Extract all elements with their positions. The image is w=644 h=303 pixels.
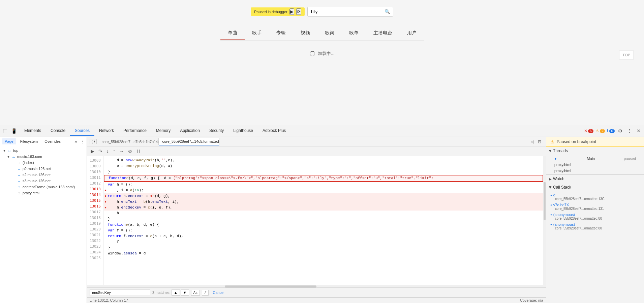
call-stack-item-d[interactable]: d core_55b928eef7...ormatted:13C	[546, 192, 644, 202]
tree-item-contentframe[interactable]: □ contentFrame (music.163.com/)	[0, 184, 87, 190]
call-stack-item-anon1[interactable]: (anonymous) core_55b928eef7...ormatted:8…	[546, 212, 644, 221]
deactivate-breakpoints-button[interactable]: ⊘	[127, 147, 133, 155]
call-stack-item-anon2[interactable]: (anonymous) core_55b928eef7...ormatted:8…	[546, 221, 644, 231]
resume-debug-button[interactable]: ▶	[90, 147, 95, 155]
line-num-13012: 13012	[87, 181, 103, 186]
warning-count: 2	[600, 129, 605, 133]
horizontal-scrollbar[interactable]	[87, 285, 546, 287]
inspect-icon[interactable]: ⬚	[2, 128, 8, 134]
close-devtools-button[interactable]: ✕	[635, 128, 642, 134]
code-line-13022: f	[104, 239, 543, 245]
search-button[interactable]: 🔍	[382, 7, 393, 16]
step-over-button[interactable]: ⟳	[296, 8, 301, 15]
pretty-print-button[interactable]: ⊡	[536, 139, 543, 145]
editor-tab-raw-label: core_55b928eef7...c7b5cb1b7b14c5	[101, 140, 159, 144]
more-tabs-button[interactable]: »	[74, 139, 77, 144]
tab-video[interactable]: 视频	[293, 27, 317, 40]
tab-elements[interactable]: Elements	[20, 126, 46, 136]
watch-header[interactable]: ▶ Watch	[546, 175, 644, 183]
threads-label: Threads	[553, 148, 568, 153]
regex-button[interactable]: .*	[202, 290, 209, 296]
call-stack-arrow: ▶	[549, 186, 552, 189]
breakpoint-icon: ⚠	[550, 139, 555, 144]
call-stack-fn-anon2: (anonymous)	[550, 222, 640, 226]
tab-artist[interactable]: 歌手	[245, 27, 269, 40]
tab-console[interactable]: Console	[46, 126, 70, 136]
search-prev-button[interactable]: ▲	[172, 290, 180, 296]
tab-lighthouse[interactable]: Lighthouse	[228, 126, 258, 136]
thread-main-name: Main	[587, 157, 595, 161]
tab-overrides[interactable]: Overrides	[42, 138, 63, 144]
tree-item-top[interactable]: ▼ □ top	[0, 147, 87, 154]
code-line-13023: }	[104, 245, 543, 251]
tab-page[interactable]: Page	[2, 138, 16, 144]
tab-user[interactable]: 用户	[400, 27, 424, 40]
search-cancel-button[interactable]: Cancel	[211, 290, 226, 295]
call-stack-label: Call Stack	[553, 185, 571, 190]
pause-exceptions-button[interactable]: ⏸	[135, 147, 142, 155]
code-scroll-track[interactable]	[543, 156, 546, 285]
error-count: 6	[588, 129, 593, 133]
tree-item-proxy[interactable]: □ proxy.html	[0, 190, 87, 196]
thread-proxy1[interactable]: proxy.html	[546, 162, 644, 168]
tab-application[interactable]: Application	[175, 126, 205, 136]
settings-button[interactable]: ⚙	[617, 128, 624, 134]
tab-radio[interactable]: 主播电台	[366, 27, 400, 40]
tree-item-music163[interactable]: ▼ ☁ music.163.com	[0, 154, 87, 160]
line-num-13011: 13011	[87, 175, 103, 181]
tree-item-s3[interactable]: ☁ s3.music.126.net	[0, 178, 87, 184]
line-num-13021: 13021	[87, 232, 103, 238]
step-out-debug-button[interactable]: ↑	[112, 147, 116, 155]
tab-singles[interactable]: 单曲	[220, 27, 245, 40]
match-case-button[interactable]: Aa	[191, 290, 200, 296]
more-options-button[interactable]: ⋮	[626, 128, 633, 134]
tab-network[interactable]: Network	[94, 126, 119, 136]
search-input[interactable]	[308, 7, 382, 16]
code-line-13025	[104, 256, 543, 262]
tree-item-index[interactable]: □ (index)	[0, 160, 87, 166]
more-options-file-tree[interactable]: ⋮	[80, 139, 85, 144]
tree-item-s2[interactable]: ☁ s2.music.126.net	[0, 172, 87, 178]
loading-area: 加载中...	[310, 51, 335, 57]
editor-tab-formatted[interactable]: core_55b928eef7...14c5:formatted ✕	[159, 138, 219, 145]
step-over-debug-button[interactable]: ↷	[97, 147, 103, 155]
line-num-13023: 13023	[87, 244, 103, 249]
call-stack-item-v7o[interactable]: v7o.be7X core_55b928eef7...ormatted:131	[546, 202, 644, 212]
format-toggle[interactable]: { }	[90, 139, 97, 144]
code-scroll-thumb[interactable]	[544, 182, 546, 220]
resume-button[interactable]: ▶	[289, 8, 294, 15]
tab-security[interactable]: Security	[205, 126, 228, 136]
code-content[interactable]: d = new RSAKeyPair(b,"",c), e = encrypte…	[104, 156, 543, 285]
step-debug-button[interactable]: →	[118, 147, 125, 155]
call-stack-header[interactable]: ▶ Call Stack	[546, 183, 644, 191]
top-button[interactable]: TOP	[619, 51, 634, 59]
folder-icon: □	[7, 148, 12, 153]
code-line-13013: ● , i = a(16);	[104, 188, 543, 193]
tab-lyrics[interactable]: 歌词	[317, 27, 342, 40]
collapse-editor-button[interactable]: ◁	[529, 139, 535, 145]
code-line-13019: function e(a, b, d, e) {	[104, 222, 543, 228]
tree-item-p2[interactable]: ☁ p2.music.126.net	[0, 166, 87, 172]
info-badge: ℹ 6	[607, 129, 615, 133]
tab-album[interactable]: 专辑	[269, 27, 293, 40]
editor-tab-raw[interactable]: core_55b928eef7...c7b5cb1b7b14c5	[98, 138, 159, 145]
step-into-debug-button[interactable]: ↓	[105, 147, 110, 155]
editor-tabs: { } core_55b928eef7...c7b5cb1b7b14c5 cor…	[87, 137, 546, 146]
tab-performance[interactable]: Performance	[119, 126, 151, 136]
cloud-icon-s3: ☁	[16, 178, 22, 183]
device-toolbar-icon[interactable]: 📱	[11, 128, 17, 134]
search-next-button[interactable]: ▼	[181, 290, 189, 296]
search-code-input[interactable]	[90, 289, 150, 296]
tab-adblock[interactable]: Adblock Plus	[258, 126, 290, 136]
thread-main[interactable]: Main paused	[546, 156, 644, 162]
tab-playlist[interactable]: 歌单	[342, 27, 366, 40]
cloud-icon-s2: ☁	[16, 172, 22, 177]
threads-header[interactable]: ▶ Threads	[546, 147, 644, 155]
tab-filesystem[interactable]: Filesystem	[18, 138, 41, 144]
code-line-13017: h	[104, 211, 543, 216]
tab-memory[interactable]: Memory	[151, 126, 175, 136]
scrollbar-thumb-x[interactable]	[225, 285, 316, 287]
thread-proxy2[interactable]: proxy.html	[546, 168, 644, 174]
coverage-status: Coverage: n/a	[520, 298, 543, 302]
tab-sources[interactable]: Sources	[70, 126, 94, 136]
